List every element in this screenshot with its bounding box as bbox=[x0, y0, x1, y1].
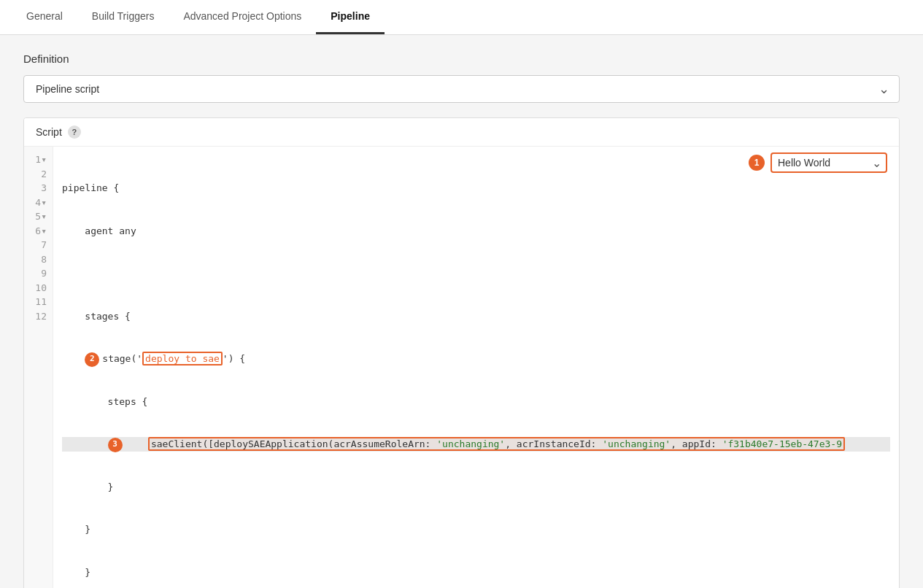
line-numbers: 1▾ 2 3 4▾ 5▾ 6▾ 7 8 9 10 11 12 bbox=[24, 147, 53, 588]
pipeline-select-wrapper: Hello World GitHub + Maven Scripted Pipe… bbox=[771, 152, 887, 173]
definition-label: Definition bbox=[23, 53, 900, 65]
pipeline-dropdown-wrapper: 1 Hello World GitHub + Maven Scripted Pi… bbox=[749, 152, 887, 173]
tab-pipeline[interactable]: Pipeline bbox=[316, 0, 385, 34]
pipeline-badge: 1 bbox=[749, 155, 765, 171]
tab-advanced-project-options[interactable]: Advanced Project Options bbox=[169, 0, 316, 34]
script-body: 1▾ 2 3 4▾ 5▾ 6▾ 7 8 9 10 11 12 pipeline … bbox=[24, 147, 899, 588]
tab-bar: General Build Triggers Advanced Project … bbox=[0, 0, 923, 35]
tab-general[interactable]: General bbox=[12, 0, 77, 34]
code-editor[interactable]: pipeline { agent any stages { 2stage('de… bbox=[53, 147, 899, 588]
script-label: Script bbox=[36, 126, 62, 138]
script-help-icon[interactable]: ? bbox=[68, 125, 81, 139]
definition-dropdown[interactable]: Pipeline script Pipeline script from SCM bbox=[23, 75, 900, 103]
pipeline-select[interactable]: Hello World GitHub + Maven Scripted Pipe… bbox=[771, 152, 887, 173]
script-header: Script ? bbox=[24, 118, 899, 147]
script-container: Script ? 1▾ 2 3 4▾ 5▾ 6▾ 7 8 9 10 11 12 … bbox=[23, 117, 900, 588]
tab-build-triggers[interactable]: Build Triggers bbox=[77, 0, 169, 34]
